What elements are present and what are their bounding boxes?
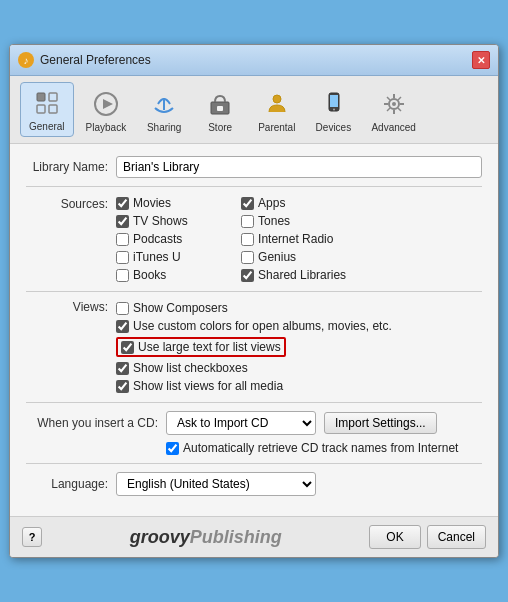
source-internet-radio-label: Internet Radio <box>258 232 333 246</box>
source-tones: Tones <box>241 213 346 229</box>
toolbar-item-playback[interactable]: Playback <box>78 84 135 137</box>
ok-button[interactable]: OK <box>369 525 420 549</box>
help-button[interactable]: ? <box>22 527 42 547</box>
view-show-list-views-label: Show list views for all media <box>133 379 283 393</box>
svg-line-22 <box>387 108 390 111</box>
import-settings-button[interactable]: Import Settings... <box>324 412 437 434</box>
brand-publishing: Publishing <box>190 527 282 547</box>
divider-1 <box>26 186 482 187</box>
footer-buttons: OK Cancel <box>369 525 486 549</box>
app-icon: ♪ <box>18 52 34 68</box>
store-icon <box>204 88 236 120</box>
library-name-input[interactable] <box>116 156 482 178</box>
library-name-label: Library Name: <box>26 160 116 174</box>
cd-label: When you insert a CD: <box>26 416 166 430</box>
view-large-text: Use large text for list views <box>116 336 392 358</box>
cd-row: When you insert a CD: Ask to Import CD I… <box>26 411 482 435</box>
source-podcasts-label: Podcasts <box>133 232 182 246</box>
svg-marker-5 <box>103 99 113 109</box>
source-apps-label: Apps <box>258 196 285 210</box>
view-show-list-checkboxes-checkbox[interactable] <box>116 362 129 375</box>
source-books-label: Books <box>133 268 166 282</box>
toolbar-label-general: General <box>29 121 65 132</box>
view-custom-colors: Use custom colors for open albums, movie… <box>116 318 392 334</box>
devices-icon <box>317 88 349 120</box>
toolbar: General Playback Sharing <box>10 76 498 144</box>
views-items: Show Composers Use custom colors for ope… <box>116 300 392 394</box>
view-custom-colors-label: Use custom colors for open albums, movie… <box>133 319 392 333</box>
source-podcasts: Podcasts <box>116 231 221 247</box>
svg-point-14 <box>392 102 396 106</box>
svg-point-12 <box>333 109 335 111</box>
footer: ? groovyPublishing OK Cancel <box>10 516 498 557</box>
view-show-list-views-checkbox[interactable] <box>116 380 129 393</box>
playback-icon <box>90 88 122 120</box>
divider-4 <box>26 463 482 464</box>
toolbar-item-advanced[interactable]: Advanced <box>363 84 423 137</box>
close-button[interactable]: ✕ <box>472 51 490 69</box>
cancel-button[interactable]: Cancel <box>427 525 486 549</box>
window-title: General Preferences <box>40 53 151 67</box>
source-movies-checkbox[interactable] <box>116 197 129 210</box>
svg-rect-1 <box>49 93 57 101</box>
view-show-list-checkboxes-label: Show list checkboxes <box>133 361 248 375</box>
views-label: Views: <box>26 300 116 314</box>
brand-text: groovyPublishing <box>42 527 369 548</box>
svg-rect-2 <box>37 105 45 113</box>
source-books: Books <box>116 267 221 283</box>
toolbar-label-playback: Playback <box>86 122 127 133</box>
toolbar-item-sharing[interactable]: Sharing <box>138 84 190 137</box>
source-apps: Apps <box>241 195 346 211</box>
views-row: Views: Show Composers Use custom colors … <box>26 300 482 394</box>
svg-rect-11 <box>330 95 338 107</box>
view-large-text-label: Use large text for list views <box>138 340 281 354</box>
source-tvshows: TV Shows <box>116 213 221 229</box>
auto-retrieve-label: Automatically retrieve CD track names fr… <box>183 441 458 455</box>
source-shared-libraries: Shared Libraries <box>241 267 346 283</box>
source-tones-checkbox[interactable] <box>241 215 254 228</box>
svg-line-19 <box>387 97 390 100</box>
toolbar-label-devices: Devices <box>316 122 352 133</box>
source-apps-checkbox[interactable] <box>241 197 254 210</box>
svg-line-20 <box>398 108 401 111</box>
source-genius-checkbox[interactable] <box>241 251 254 264</box>
toolbar-item-store[interactable]: Store <box>194 84 246 137</box>
source-genius-label: Genius <box>258 250 296 264</box>
language-select[interactable]: English (United States) <box>116 472 316 496</box>
language-label: Language: <box>26 477 116 491</box>
toolbar-label-advanced: Advanced <box>371 122 415 133</box>
toolbar-item-parental[interactable]: Parental <box>250 84 303 137</box>
auto-retrieve-row: Automatically retrieve CD track names fr… <box>26 441 482 455</box>
divider-2 <box>26 291 482 292</box>
general-preferences-window: ♪ General Preferences ✕ General <box>9 44 499 558</box>
view-show-list-views: Show list views for all media <box>116 378 392 394</box>
view-large-text-checkbox[interactable] <box>121 341 134 354</box>
source-itunes-u-checkbox[interactable] <box>116 251 129 264</box>
view-show-list-checkboxes: Show list checkboxes <box>116 360 392 376</box>
view-show-composers-label: Show Composers <box>133 301 228 315</box>
view-show-composers: Show Composers <box>116 300 392 316</box>
source-books-checkbox[interactable] <box>116 269 129 282</box>
svg-rect-3 <box>49 105 57 113</box>
sources-row: Sources: Movies Apps TV Shows Tones <box>26 195 482 283</box>
source-podcasts-checkbox[interactable] <box>116 233 129 246</box>
source-internet-radio-checkbox[interactable] <box>241 233 254 246</box>
toolbar-label-store: Store <box>208 122 232 133</box>
view-custom-colors-checkbox[interactable] <box>116 320 129 333</box>
toolbar-label-parental: Parental <box>258 122 295 133</box>
cd-select[interactable]: Ask to Import CD Import CD Import CD and… <box>166 411 316 435</box>
sharing-icon <box>148 88 180 120</box>
source-itunes-u: iTunes U <box>116 249 221 265</box>
source-itunes-u-label: iTunes U <box>133 250 181 264</box>
toolbar-item-devices[interactable]: Devices <box>307 84 359 137</box>
svg-rect-0 <box>37 93 45 101</box>
auto-retrieve-checkbox[interactable] <box>166 442 179 455</box>
view-show-composers-checkbox[interactable] <box>116 302 129 315</box>
sources-grid: Movies Apps TV Shows Tones Podcasts <box>116 195 346 283</box>
language-row: Language: English (United States) <box>26 472 482 496</box>
library-name-row: Library Name: <box>26 156 482 178</box>
sources-label: Sources: <box>26 195 116 211</box>
source-tvshows-checkbox[interactable] <box>116 215 129 228</box>
toolbar-item-general[interactable]: General <box>20 82 74 137</box>
source-shared-libraries-checkbox[interactable] <box>241 269 254 282</box>
